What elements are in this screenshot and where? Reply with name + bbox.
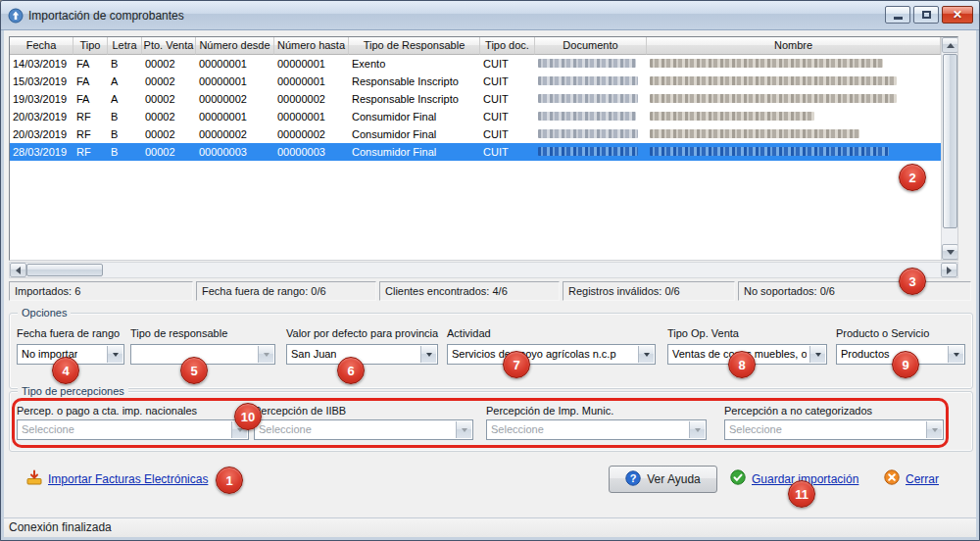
cell-numero-hasta: 00000001 bbox=[274, 108, 349, 125]
cell-tipo-doc: CUIT bbox=[480, 143, 535, 161]
chevron-down-icon[interactable] bbox=[258, 346, 273, 363]
close-button[interactable] bbox=[942, 6, 973, 24]
minimize-icon bbox=[894, 17, 903, 20]
cerrar-link[interactable]: Cerrar bbox=[884, 469, 939, 489]
redacted-nombre bbox=[650, 129, 859, 138]
comprobantes-grid: Fecha Tipo Letra Pto. Venta Número desde… bbox=[9, 36, 958, 261]
window-controls bbox=[885, 6, 973, 24]
cell-numero-hasta: 00000003 bbox=[274, 143, 349, 161]
redacted-documento bbox=[538, 129, 638, 138]
cell-tipo-responsable: Exento bbox=[349, 55, 480, 73]
importar-facturas-link[interactable]: Importar Facturas Electrónicas bbox=[26, 469, 208, 489]
cell-tipo-responsable: Consumidor Final bbox=[349, 125, 480, 143]
close-icon bbox=[953, 9, 962, 21]
chevron-down-icon[interactable] bbox=[809, 346, 825, 363]
summary-no-soportados: No soportados: 0/6 bbox=[738, 281, 971, 301]
cell-letra: A bbox=[108, 90, 142, 108]
callout-badge-11: 11 bbox=[788, 480, 815, 508]
chevron-down-icon[interactable] bbox=[638, 346, 654, 363]
vertical-scrollbar-thumb[interactable] bbox=[943, 54, 957, 228]
table-row[interactable]: 19/03/2019 FA A 00002 00000002 00000002 … bbox=[10, 90, 941, 108]
ver-ayuda-button[interactable]: ? Ver Ayuda bbox=[609, 466, 717, 493]
svg-text:?: ? bbox=[630, 472, 637, 484]
chevron-down-icon[interactable] bbox=[107, 346, 122, 363]
header-nombre[interactable]: Nombre bbox=[647, 37, 941, 55]
cell-tipo: RF bbox=[74, 108, 108, 125]
scroll-up-button[interactable] bbox=[942, 37, 958, 53]
cell-pto-venta: 00002 bbox=[142, 73, 196, 90]
combo-provincia[interactable]: San Juan bbox=[286, 344, 438, 365]
header-pto-venta[interactable]: Pto. Venta bbox=[142, 37, 196, 55]
chevron-down-icon[interactable] bbox=[420, 346, 436, 363]
title-bar[interactable]: Importación de comprobantes bbox=[1, 1, 979, 30]
combo-actividad[interactable]: Servicios de apoyo agrícolas n.c.p bbox=[447, 344, 656, 365]
cell-numero-desde: 00000001 bbox=[196, 73, 274, 90]
maximize-button[interactable] bbox=[913, 6, 939, 24]
cell-numero-hasta: 00000002 bbox=[274, 90, 349, 108]
opciones-group-label: Opciones bbox=[18, 307, 71, 319]
cell-fecha: 20/03/2019 bbox=[10, 125, 74, 143]
arrow-left-icon bbox=[12, 267, 21, 274]
table-row-selected[interactable]: 28/03/2019 RF B 00002 00000003 00000003 … bbox=[10, 143, 941, 161]
vertical-scrollbar[interactable] bbox=[941, 37, 957, 260]
cell-documento bbox=[535, 90, 647, 108]
scroll-right-button[interactable] bbox=[941, 263, 957, 277]
annotation-highlight-box bbox=[12, 398, 949, 448]
header-tipo-responsable[interactable]: Tipo de Responsable bbox=[349, 37, 480, 55]
table-row[interactable]: 20/03/2019 RF B 00002 00000001 00000001 … bbox=[10, 108, 941, 125]
arrow-down-icon bbox=[947, 250, 955, 259]
scroll-down-button[interactable] bbox=[942, 244, 958, 260]
chevron-down-icon[interactable] bbox=[948, 346, 963, 363]
header-numero-hasta[interactable]: Número hasta bbox=[274, 37, 349, 55]
callout-badge-7: 7 bbox=[503, 351, 530, 378]
summary-fecha-fuera-rango: Fecha fuera de rango: 0/6 bbox=[196, 281, 376, 301]
label-tipo-op-venta: Tipo Op. Venta bbox=[667, 327, 739, 339]
table-row[interactable]: 14/03/2019 FA B 00002 00000001 00000001 … bbox=[10, 55, 941, 73]
cell-fecha: 14/03/2019 bbox=[10, 55, 74, 73]
callout-badge-6: 6 bbox=[337, 357, 365, 384]
app-icon bbox=[8, 8, 24, 24]
cell-numero-hasta: 00000002 bbox=[274, 125, 349, 143]
header-numero-desde[interactable]: Número desde bbox=[196, 37, 274, 55]
combo-value: Servicios de apoyo agrícolas n.c.p bbox=[452, 345, 616, 364]
cell-tipo-doc: CUIT bbox=[480, 125, 535, 143]
minimize-button[interactable] bbox=[885, 6, 910, 24]
cell-numero-desde: 00000001 bbox=[196, 108, 274, 125]
cell-fecha: 28/03/2019 bbox=[10, 143, 74, 161]
redacted-documento bbox=[538, 112, 636, 121]
table-row[interactable]: 20/03/2019 RF B 00002 00000002 00000002 … bbox=[10, 125, 941, 143]
grid-body: 14/03/2019 FA B 00002 00000001 00000001 … bbox=[10, 55, 941, 161]
cell-documento bbox=[535, 55, 647, 73]
header-tipo[interactable]: Tipo bbox=[74, 37, 108, 55]
redacted-nombre bbox=[650, 76, 897, 85]
check-icon bbox=[730, 469, 746, 489]
import-icon bbox=[26, 469, 42, 489]
callout-badge-2: 2 bbox=[899, 164, 926, 191]
maximize-icon bbox=[922, 11, 931, 19]
label-tipo-responsable: Tipo de responsable bbox=[130, 327, 227, 339]
cell-letra: B bbox=[108, 125, 142, 143]
header-tipo-doc[interactable]: Tipo doc. bbox=[480, 37, 535, 55]
horizontal-scrollbar-thumb[interactable] bbox=[26, 264, 103, 276]
cell-tipo: FA bbox=[74, 90, 108, 108]
scroll-left-button[interactable] bbox=[10, 263, 26, 277]
cell-letra: B bbox=[108, 143, 142, 161]
cell-tipo-doc: CUIT bbox=[480, 73, 535, 90]
horizontal-scrollbar[interactable] bbox=[9, 262, 958, 278]
label-fecha-fuera-rango: Fecha fuera de rango bbox=[17, 327, 120, 339]
cell-documento bbox=[535, 108, 647, 125]
redacted-nombre bbox=[650, 94, 897, 103]
header-fecha[interactable]: Fecha bbox=[10, 37, 74, 55]
redacted-nombre bbox=[650, 112, 814, 121]
help-icon: ? bbox=[625, 470, 641, 489]
summary-registros-invalidos: Registros inválidos: 0/6 bbox=[563, 281, 735, 301]
cell-pto-venta: 00002 bbox=[142, 125, 196, 143]
redacted-documento bbox=[538, 59, 636, 68]
header-documento[interactable]: Documento bbox=[535, 37, 647, 55]
combo-value: San Juan bbox=[291, 345, 336, 364]
cell-tipo: RF bbox=[74, 125, 108, 143]
table-row[interactable]: 15/03/2019 FA A 00002 00000001 00000001 … bbox=[10, 73, 941, 90]
header-letra[interactable]: Letra bbox=[108, 37, 142, 55]
cell-tipo-doc: CUIT bbox=[480, 90, 535, 108]
callout-badge-1: 1 bbox=[216, 467, 243, 494]
